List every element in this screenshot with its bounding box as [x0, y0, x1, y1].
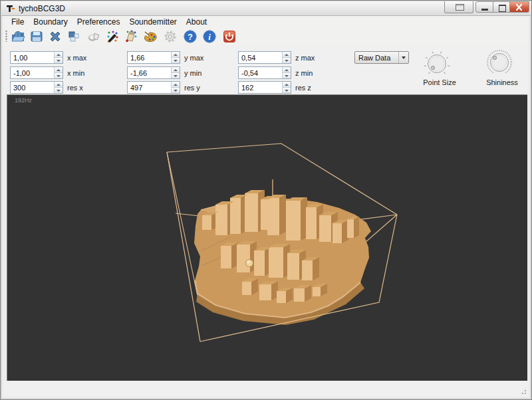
settings-gear-icon — [163, 29, 178, 44]
spin-up-button[interactable] — [172, 82, 180, 87]
spin-up-button[interactable] — [55, 82, 63, 87]
maximize-icon — [499, 5, 506, 12]
minimize-button[interactable] — [475, 1, 493, 13]
z-min-spinbox — [238, 66, 291, 79]
spin-up-button[interactable] — [283, 52, 291, 57]
help-button[interactable]: ? — [182, 29, 198, 44]
res-z-label: res z — [295, 84, 311, 92]
info-icon: i — [202, 29, 217, 44]
help-icon: ? — [183, 29, 198, 44]
maximize-button[interactable] — [493, 1, 510, 13]
svg-text:?: ? — [188, 31, 193, 41]
app-window: tychoBCG3D File Boundary Preferences Sou… — [0, 0, 532, 400]
menu-file[interactable]: File — [7, 16, 29, 28]
spin-down-button[interactable] — [283, 57, 291, 63]
spin-up-button[interactable] — [283, 82, 291, 87]
open-file-button[interactable] — [10, 29, 26, 44]
3d-scene — [7, 95, 527, 382]
spin-down-button[interactable] — [172, 87, 180, 93]
open-file-icon — [11, 29, 25, 44]
spin-down-button[interactable] — [55, 57, 63, 63]
spin-up-button[interactable] — [172, 67, 180, 72]
res-y-label: res y — [184, 84, 200, 92]
palette-icon — [143, 29, 158, 44]
y-max-label: y max — [184, 54, 203, 62]
parameter-panel: x max x min res x y max y min res y — [3, 45, 529, 94]
menu-boundary[interactable]: Boundary — [29, 16, 72, 28]
res-y-spinbox — [127, 81, 180, 94]
draw-points-button[interactable] — [104, 29, 120, 44]
spin-down-button[interactable] — [55, 87, 63, 93]
shininess-dial[interactable] — [486, 49, 513, 76]
spin-up-button[interactable] — [55, 52, 63, 57]
3d-viewport[interactable]: 192Hz — [7, 94, 527, 382]
spin-down-button[interactable] — [55, 72, 63, 78]
res-x-spinbox — [10, 81, 63, 94]
spin-up-button[interactable] — [55, 67, 63, 72]
z-max-spinbox — [238, 51, 291, 64]
window-title: tychoBCG3D — [19, 4, 65, 13]
x-max-spinbox — [10, 51, 63, 64]
info-button[interactable]: i — [201, 29, 217, 44]
data-mode-dropdown[interactable]: Raw Data — [354, 51, 409, 64]
res-z-spinbox — [238, 81, 291, 94]
settings-button[interactable] — [162, 29, 178, 44]
spin-down-button[interactable] — [172, 57, 180, 63]
spin-down-button[interactable] — [283, 87, 291, 93]
x-min-input[interactable] — [11, 67, 54, 78]
res-x-label: res x — [67, 84, 83, 92]
tile-windows-icon — [66, 29, 81, 44]
x-min-label: x min — [67, 69, 84, 77]
app-icon — [6, 4, 15, 13]
shininess-label: Shininess — [474, 78, 530, 86]
spin-down-button[interactable] — [172, 72, 180, 78]
point-size-dial[interactable] — [424, 50, 450, 77]
fill-color-button[interactable] — [123, 29, 139, 44]
frequency-overlay-label: 192Hz — [15, 97, 32, 104]
z-max-input[interactable] — [239, 52, 282, 63]
y-max-input[interactable] — [128, 52, 171, 63]
y-min-input[interactable] — [128, 67, 171, 78]
save-button[interactable] — [29, 29, 45, 44]
toolbar: ? i — [3, 28, 529, 45]
status-band — [3, 381, 529, 397]
point-size-label: Point Size — [412, 78, 467, 86]
z-min-input[interactable] — [239, 67, 282, 78]
tile-windows-button[interactable] — [66, 29, 82, 44]
res-z-input[interactable] — [239, 82, 282, 93]
window-menu-button[interactable] — [444, 1, 473, 13]
palette-button[interactable] — [142, 29, 158, 44]
window-icon — [456, 4, 464, 11]
dial-indicator — [493, 56, 496, 59]
dial-indicator — [431, 66, 434, 69]
title-bar[interactable]: tychoBCG3D — [1, 1, 531, 16]
fill-color-icon — [124, 29, 138, 44]
svg-text:i: i — [208, 31, 211, 41]
quit-button[interactable] — [221, 29, 237, 44]
delete-icon — [48, 29, 63, 44]
resize-grip[interactable] — [519, 387, 527, 395]
y-min-label: y min — [184, 69, 201, 77]
delete-button[interactable] — [47, 29, 63, 44]
z-min-label: z min — [295, 69, 313, 77]
x-max-input[interactable] — [11, 52, 54, 63]
menu-soundemitter[interactable]: Soundemitter — [124, 16, 181, 28]
power-icon — [222, 29, 237, 44]
sound-emitter-button[interactable] — [86, 29, 102, 44]
res-x-input[interactable] — [11, 82, 54, 93]
res-y-input[interactable] — [128, 82, 171, 93]
spin-down-button[interactable] — [283, 72, 291, 78]
close-button[interactable] — [509, 1, 529, 13]
toolbar-grip[interactable] — [5, 30, 7, 42]
minimize-icon — [481, 9, 488, 11]
spin-up-button[interactable] — [283, 67, 291, 72]
y-max-spinbox — [127, 51, 180, 64]
menu-about[interactable]: About — [182, 16, 211, 28]
sound-emitter-icon — [86, 29, 101, 44]
close-icon — [510, 2, 529, 13]
menu-preferences[interactable]: Preferences — [72, 16, 125, 28]
spin-up-button[interactable] — [172, 52, 180, 57]
menu-bar: File Boundary Preferences Soundemitter A… — [3, 16, 529, 28]
data-mode-value: Raw Data — [355, 54, 398, 62]
save-icon — [29, 29, 44, 44]
